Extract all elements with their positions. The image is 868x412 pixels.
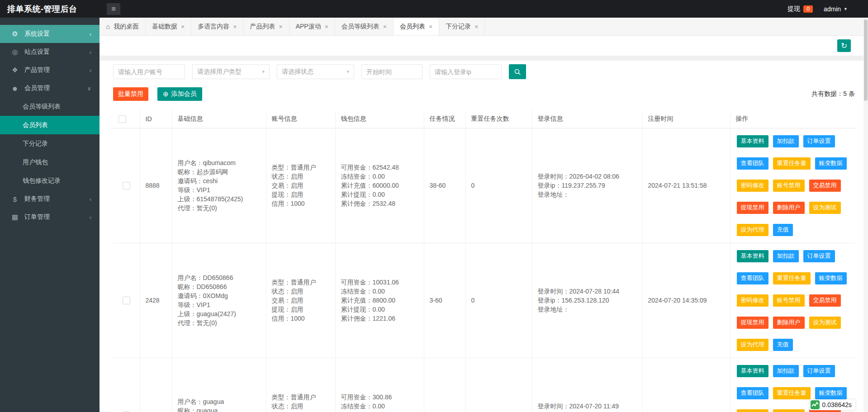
add-deduct-button[interactable]: 加扣款: [773, 135, 799, 147]
sidebar-item-system-settings[interactable]: ⚙ 系统设置 ‹: [0, 25, 100, 43]
close-icon[interactable]: ×: [474, 23, 478, 30]
disable-withdraw-button[interactable]: 提现禁用: [737, 317, 768, 329]
add-deduct-button[interactable]: 加扣款: [773, 365, 799, 377]
disable-account-button[interactable]: 账号禁用: [773, 180, 805, 192]
order-settings-button[interactable]: 订单设置: [803, 135, 835, 147]
tab-downscore-records[interactable]: 下分记录 ×: [439, 18, 485, 35]
hamburger-menu-button[interactable]: ≡: [107, 3, 120, 15]
start-time-input[interactable]: [361, 64, 422, 79]
tab-multilanguage-content[interactable]: 多语言内容 ×: [191, 18, 243, 35]
add-deduct-button[interactable]: 加扣款: [773, 250, 799, 262]
disable-withdraw-button[interactable]: 提现禁用: [737, 202, 768, 214]
login-ip-input[interactable]: [430, 64, 502, 79]
disable-trade-button[interactable]: 交易禁用: [809, 180, 841, 192]
tab-label: 多语言内容: [198, 23, 229, 31]
close-icon[interactable]: ×: [279, 23, 282, 30]
sidebar-item-product-management[interactable]: ❖ 产品管理 ‹: [0, 61, 100, 79]
account-change-data-button[interactable]: 账变数据: [815, 157, 847, 170]
info-line: 登录时间：2024-07-20 11:49: [538, 402, 637, 411]
basic-info-cell: 用户名：DD650866昵称：DD650866邀请码：0XOMdg等级：VIP1…: [172, 243, 266, 358]
reset-task-button[interactable]: 重置任务量: [773, 272, 811, 284]
member-icon: ☻: [10, 85, 20, 92]
tab-label: 我的桌面: [114, 23, 139, 31]
tab-app-scroll[interactable]: APP滚动 ×: [289, 18, 335, 35]
refresh-button[interactable]: ↻: [837, 39, 851, 52]
user-menu[interactable]: admin ▼: [824, 5, 848, 13]
disable-trade-button[interactable]: 交易禁用: [809, 294, 841, 307]
table-row: 8888用户名：qibumacom昵称：起步源码网邀请码：ceshi等级：VIP…: [113, 128, 855, 243]
sidebar-item-finance-management[interactable]: $ 财务管理 ‹: [0, 190, 100, 208]
set-test-button[interactable]: 设为测试: [809, 202, 841, 214]
sidebar-item-order-management[interactable]: ▦ 订单管理 ‹: [0, 208, 100, 226]
total-count: 共有数据：5 条: [811, 90, 855, 98]
view-team-button[interactable]: 查看团队: [737, 157, 768, 170]
sidebar-item-member-management[interactable]: ☻ 会员管理 ∨: [0, 79, 100, 97]
info-line: 用户名：guagua: [178, 397, 261, 406]
basic-info-button[interactable]: 基本资料: [737, 250, 768, 262]
basic-info-cell: 用户名：guagua昵称：guagua邀请码：HCqBlH: [172, 358, 266, 412]
close-icon[interactable]: ×: [181, 23, 185, 30]
account-input[interactable]: [113, 64, 185, 79]
chevron-collapsed-icon: ‹: [90, 31, 91, 38]
recharge-button[interactable]: 充值: [773, 224, 793, 236]
info-line: 可用资金：10031.06: [341, 278, 418, 287]
basic-info-button[interactable]: 基本资料: [737, 135, 768, 147]
row-checkbox[interactable]: [123, 297, 130, 304]
toolbar: ↻: [100, 36, 868, 56]
row-checkbox[interactable]: [123, 182, 130, 189]
sidebar-item-member-level-list[interactable]: 会员等级列表: [0, 97, 100, 116]
change-password-button[interactable]: 密码修改: [737, 180, 768, 192]
search-button[interactable]: [509, 64, 526, 79]
view-team-button[interactable]: 查看团队: [737, 387, 768, 399]
sidebar-item-member-list[interactable]: 会员列表: [0, 116, 100, 134]
sidebar-item-wallet-change-records[interactable]: 钱包修改记录: [0, 171, 100, 190]
disable-account-button[interactable]: 账号禁用: [773, 294, 805, 307]
scrollbar-thumb[interactable]: [864, 19, 868, 101]
view-team-button[interactable]: 查看团队: [737, 272, 768, 284]
set-agent-button[interactable]: 设为代理: [737, 224, 768, 236]
recharge-button[interactable]: 充值: [773, 339, 793, 351]
info-line: 冻结资金：0.00: [341, 402, 418, 411]
close-icon[interactable]: ×: [383, 23, 387, 30]
sidebar-item-site-settings[interactable]: ◎ 站点设置 ‹: [0, 43, 100, 61]
set-test-button[interactable]: 设为测试: [809, 317, 841, 329]
delete-user-button[interactable]: 删除用户: [773, 317, 805, 329]
info-line: 等级：VIP1: [178, 300, 261, 309]
sidebar-item-downscore-records[interactable]: 下分记录: [0, 134, 100, 153]
delete-user-button[interactable]: 删除用户: [773, 202, 805, 214]
order-settings-button[interactable]: 订单设置: [803, 365, 835, 377]
status-select[interactable]: 请选择状态 ▾: [277, 64, 354, 79]
account-change-data-button[interactable]: 账变数据: [815, 272, 847, 284]
reset-task-button[interactable]: 重置任务量: [773, 157, 811, 170]
sidebar-subitem-label: 用户钱包: [23, 158, 48, 166]
withdraw-count-badge: 0: [803, 5, 813, 13]
change-password-button[interactable]: 密码修改: [737, 409, 768, 412]
tab-product-list[interactable]: 产品列表 ×: [243, 18, 289, 35]
change-password-button[interactable]: 密码修改: [737, 294, 768, 307]
set-agent-button[interactable]: 设为代理: [737, 339, 768, 351]
reset-task-button[interactable]: 重置任务量: [773, 387, 811, 399]
tab-member-level-list[interactable]: 会员等级列表 ×: [335, 18, 394, 35]
add-member-button[interactable]: ⊕ 添加会员: [157, 87, 202, 101]
basic-info-button[interactable]: 基本资料: [737, 365, 768, 377]
disable-account-button[interactable]: 账号禁用: [773, 409, 805, 412]
order-settings-button[interactable]: 订单设置: [803, 250, 835, 262]
home-icon: ⌂: [106, 23, 110, 30]
withdraw-menu-item[interactable]: 提现 0: [787, 5, 813, 13]
table-row: 用户名：guagua昵称：guagua邀请码：HCqBlH类型：普通用户状态：启…: [113, 358, 855, 412]
tab-member-list[interactable]: 会员列表 ×: [394, 18, 439, 35]
user-type-select[interactable]: 请选择用户类型 ▾: [192, 64, 270, 79]
login-info-cell: 登录时间：2024-07-28 10:44登录ip：156.253.128.12…: [532, 243, 642, 358]
account-change-data-button[interactable]: 账变数据: [815, 387, 847, 399]
sidebar-item-user-wallet[interactable]: 用户钱包: [0, 153, 100, 171]
batch-disable-button[interactable]: 批量禁用: [113, 87, 148, 101]
add-member-label: 添加会员: [171, 90, 197, 98]
close-icon[interactable]: ×: [325, 23, 328, 30]
close-icon[interactable]: ×: [233, 23, 237, 30]
account-info-cell: 类型：普通用户状态：启用交易：启用提现：启用信用：1000: [266, 243, 335, 358]
select-all-header: [113, 110, 140, 128]
select-all-checkbox[interactable]: [119, 115, 126, 123]
tab-my-desktop[interactable]: ⌂ 我的桌面: [100, 18, 146, 35]
close-icon[interactable]: ×: [429, 23, 432, 30]
tab-basic-data[interactable]: 基础数据 ×: [146, 18, 191, 35]
